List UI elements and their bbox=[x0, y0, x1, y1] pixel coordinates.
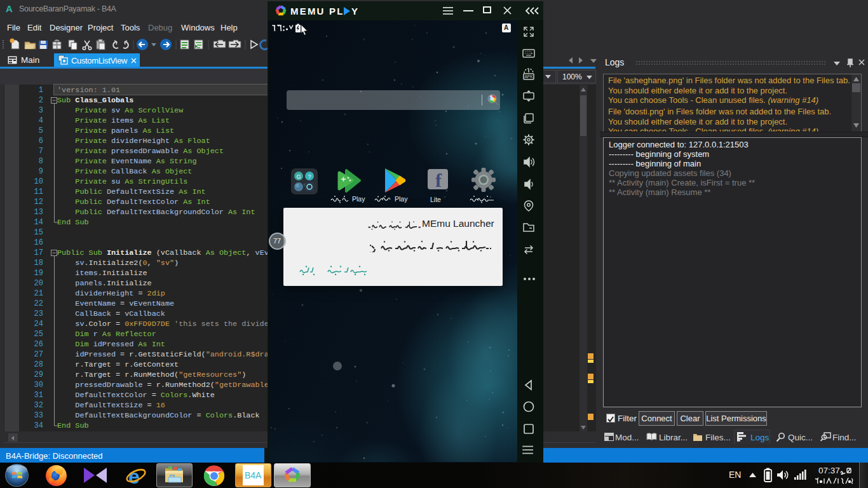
svg-text:G: G bbox=[296, 173, 301, 180]
svg-text:?: ? bbox=[308, 173, 311, 180]
svg-text:Play: Play bbox=[352, 195, 365, 203]
svg-text:e: e bbox=[128, 465, 140, 487]
svg-text:APK: APK bbox=[524, 74, 533, 79]
svg-text:Play: Play bbox=[395, 195, 408, 203]
